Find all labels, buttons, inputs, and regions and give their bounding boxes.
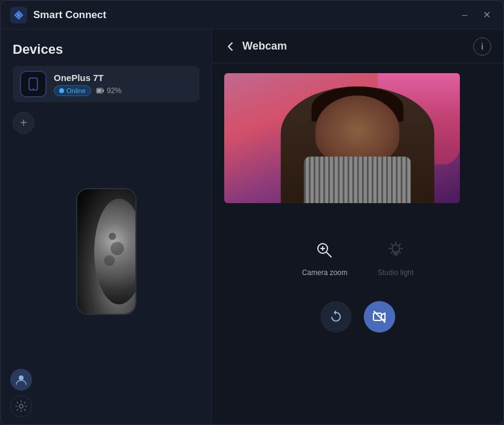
app-logo-icon [10,7,27,24]
device-item[interactable]: OnePlus 7T Online [13,66,199,102]
phone-screen [77,189,135,314]
phone-mockup [76,188,137,315]
device-badges: Online 92% [54,85,192,96]
right-panel: Webcam i [212,30,503,424]
controls-row: Camera zoom [302,237,414,277]
studio-light-icon [386,241,405,260]
wifi-dot-icon [59,88,64,93]
controls-area: Camera zoom [212,213,503,424]
device-info: OnePlus 7T Online [54,73,192,96]
battery-level: 92% [107,86,121,95]
rotate-button[interactable] [320,301,352,333]
mirror-video-button[interactable] [364,301,395,333]
svg-point-4 [33,88,34,89]
shirt-element [304,157,411,203]
phone-wallpaper [77,189,135,314]
device-icon [20,71,47,97]
window-controls: – ✕ [457,8,494,22]
svg-line-20 [399,251,400,253]
panel-title: Webcam [242,40,473,53]
svg-line-19 [391,244,392,245]
svg-line-11 [326,252,331,257]
battery-badge: 92% [96,86,121,95]
info-icon: i [481,42,483,51]
svg-rect-7 [97,89,102,92]
phone-preview-area [1,141,212,362]
camera-zoom-control[interactable]: Camera zoom [302,237,347,277]
mirror-video-icon [372,310,387,324]
sidebar-bottom [1,362,212,424]
camera-zoom-label: Camera zoom [302,268,347,277]
app-title: Smart Connect [33,9,457,21]
title-bar: Smart Connect – ✕ [1,1,503,30]
webcam-canvas [224,73,460,203]
minimize-button[interactable]: – [457,8,472,22]
add-device-button[interactable]: + [13,112,34,134]
svg-point-9 [19,404,23,408]
svg-rect-3 [31,79,36,88]
camera-zoom-icon [315,241,334,260]
sidebar-header: Devices OnePlus 7T [1,30,212,112]
settings-icon [15,400,27,412]
close-button[interactable]: ✕ [479,8,494,22]
person-silhouette [281,86,434,204]
main-content: Devices OnePlus 7T [1,30,503,424]
svg-rect-6 [103,89,104,92]
webcam-area [212,63,503,213]
bottom-actions [320,301,395,345]
battery-icon [96,86,105,95]
camera-zoom-icon-wrap [311,237,338,264]
device-name: OnePlus 7T [54,73,192,83]
info-button[interactable]: i [473,37,491,56]
settings-button[interactable] [10,395,32,417]
user-profile-button[interactable] [10,369,32,391]
studio-light-control[interactable]: Studio light [378,237,413,277]
studio-light-icon-wrap [383,237,409,264]
user-icon [15,374,27,386]
svg-line-22 [391,251,392,253]
online-label: Online [66,87,86,94]
svg-point-1 [17,13,21,17]
phone-icon [27,77,40,91]
panel-header: Webcam i [212,30,503,63]
sidebar-title: Devices [13,42,199,57]
back-button[interactable] [224,41,236,53]
studio-light-label: Studio light [378,268,413,277]
svg-line-21 [399,244,400,245]
online-badge: Online [54,85,91,96]
webcam-feed [224,73,460,203]
face-element [315,96,399,166]
svg-point-14 [392,245,399,252]
back-arrow-icon [224,41,236,53]
rotate-icon [329,310,343,324]
sidebar: Devices OnePlus 7T [1,30,212,424]
svg-point-8 [19,375,24,380]
app-window: Smart Connect – ✕ Devices [0,0,504,425]
